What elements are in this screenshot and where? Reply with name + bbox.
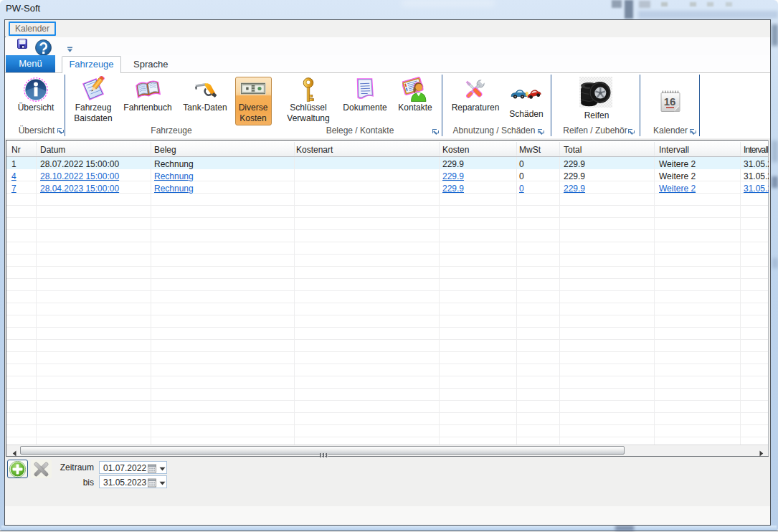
svg-text:16: 16	[664, 95, 676, 108]
